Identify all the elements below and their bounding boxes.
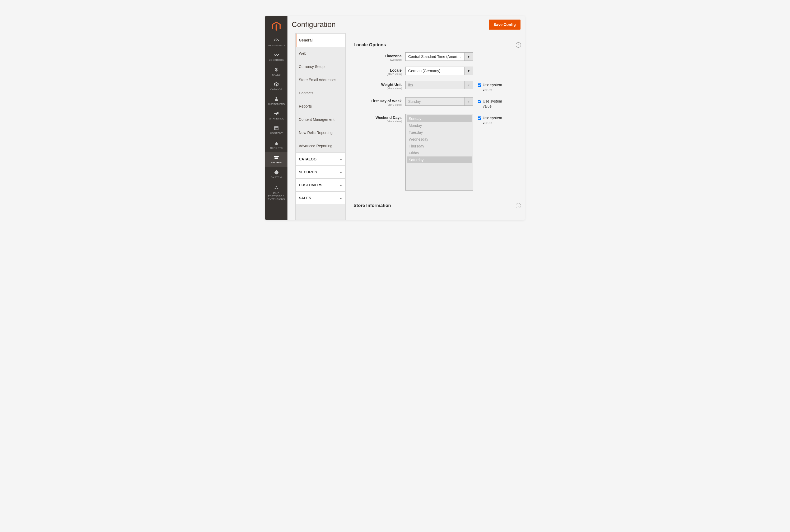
field-control: lbs▾ <box>405 81 473 89</box>
sidebar-item-stores[interactable]: STORES <box>265 152 287 167</box>
collapse-up-icon[interactable]: ⌃ <box>516 42 521 48</box>
content-area: General Web Currency Setup Store Email A… <box>287 33 525 220</box>
main-sidebar: DASHBOARD LOOKBOOK $SALES CATALOG CUSTOM… <box>265 16 287 220</box>
config-tab-general[interactable]: General <box>296 34 345 47</box>
field-control: German (Germany)▾ <box>405 66 473 75</box>
config-group-sales[interactable]: SALES⌄ <box>296 191 345 204</box>
config-tab-reports[interactable]: Reports <box>296 100 345 113</box>
lookbook-icon <box>274 53 279 57</box>
ms-option: Friday <box>407 150 471 156</box>
section-title: Locale Options <box>353 42 386 48</box>
field-weekend-days: Weekend Days [store view] Sunday Monday … <box>353 114 521 191</box>
sidebar-item-lookbook[interactable]: LOOKBOOK <box>265 50 287 64</box>
use-system-checkbox[interactable] <box>478 100 481 103</box>
page-title: Configuration <box>292 20 336 29</box>
use-system-label: Use system value <box>483 82 505 92</box>
use-system-checkbox-wrap: Use system value <box>473 97 505 108</box>
sidebar-label: CUSTOMERS <box>267 102 286 106</box>
group-label: SECURITY <box>299 170 317 174</box>
timezone-select[interactable]: Central Standard Time (America/▾ <box>405 52 473 61</box>
ms-option: Saturday <box>407 156 471 163</box>
scope-text: [store view] <box>353 72 402 76</box>
config-tab-contacts[interactable]: Contacts <box>296 87 345 100</box>
config-tab-currency[interactable]: Currency Setup <box>296 60 345 73</box>
gear-icon <box>274 170 278 175</box>
app-window: DASHBOARD LOOKBOOK $SALES CATALOG CUSTOM… <box>265 16 525 220</box>
sidebar-item-marketing[interactable]: MARKETING <box>265 108 287 122</box>
first-day-select: Sunday▾ <box>405 97 473 106</box>
field-first-day: First Day of Week [store view] Sunday▾ U… <box>353 97 521 108</box>
config-tab-cms[interactable]: Content Management <box>296 113 345 126</box>
field-label: Weekend Days [store view] <box>353 114 405 123</box>
sidebar-label: DASHBOARD <box>267 44 286 47</box>
label-text: First Day of Week <box>353 99 402 103</box>
sidebar-item-dashboard[interactable]: DASHBOARD <box>265 35 287 50</box>
sidebar-label: SYSTEM <box>270 176 283 179</box>
section-title: Store Information <box>353 203 391 208</box>
main-area: Configuration Save Config General Web Cu… <box>287 16 525 220</box>
select-value: German (Germany) <box>408 69 461 73</box>
field-control: Sunday Monday Tuesday Wednesday Thursday… <box>405 114 473 191</box>
ms-option: Sunday <box>407 115 471 122</box>
chevron-down-icon: ⌄ <box>340 157 342 161</box>
config-group-security[interactable]: SECURITY⌄ <box>296 166 345 178</box>
scope-text: [store view] <box>353 87 402 90</box>
field-label: Timezone [website] <box>353 52 405 61</box>
weekend-multiselect: Sunday Monday Tuesday Wednesday Thursday… <box>405 114 473 191</box>
field-control: Sunday▾ <box>405 97 473 106</box>
page-header: Configuration Save Config <box>287 16 525 33</box>
scope-text: [store view] <box>353 103 402 106</box>
locale-select[interactable]: German (Germany)▾ <box>405 66 473 75</box>
person-icon <box>275 97 278 101</box>
use-system-checkbox[interactable] <box>478 83 481 87</box>
label-text: Locale <box>353 68 402 72</box>
sidebar-label: FIND PARTNERS & EXTENSIONS <box>265 192 287 201</box>
field-locale: Locale [store view] German (Germany)▾ <box>353 66 521 76</box>
use-system-label: Use system value <box>483 115 505 125</box>
sidebar-item-content[interactable]: CONTENT <box>265 122 287 137</box>
save-config-button[interactable]: Save Config <box>489 20 520 30</box>
config-tab-newrelic[interactable]: New Relic Reporting <box>296 126 345 139</box>
chevron-down-icon: ⌄ <box>340 196 342 200</box>
use-system-checkbox-wrap: Use system value <box>473 81 505 92</box>
field-weight-unit: Weight Unit [store view] lbs▾ Use system… <box>353 81 521 92</box>
config-tab-advanced-reporting[interactable]: Advanced Reporting <box>296 139 345 152</box>
sidebar-item-system[interactable]: SYSTEM <box>265 167 287 181</box>
chevron-down-icon: ⌄ <box>340 170 342 174</box>
sidebar-label: CATALOG <box>269 88 284 91</box>
group-label: CATALOG <box>299 157 316 161</box>
sidebar-label: REPORTS <box>269 147 284 149</box>
dropdown-arrow-icon: ▾ <box>464 67 473 75</box>
chevron-down-icon: ⌄ <box>340 183 342 187</box>
config-sidebar: General Web Currency Setup Store Email A… <box>295 33 346 220</box>
section-store-information[interactable]: Store Information ⌄ <box>353 196 521 213</box>
config-group-catalog[interactable]: CATALOG⌄ <box>296 152 345 166</box>
sidebar-item-customers[interactable]: CUSTOMERS <box>265 94 287 108</box>
collapse-down-icon[interactable]: ⌄ <box>516 203 521 208</box>
use-system-label: Use system value <box>483 99 505 108</box>
sidebar-item-reports[interactable]: REPORTS <box>265 137 287 152</box>
sidebar-item-sales[interactable]: $SALES <box>265 64 287 79</box>
use-system-checkbox[interactable] <box>478 116 481 120</box>
field-label: Weight Unit [store view] <box>353 81 405 90</box>
group-label: CUSTOMERS <box>299 183 322 187</box>
magento-logo-icon <box>272 22 281 31</box>
use-system-checkbox-wrap: Use system value <box>473 114 505 125</box>
megaphone-icon <box>274 111 278 116</box>
ms-option: Wednesday <box>407 136 471 143</box>
sidebar-label: MARKETING <box>267 117 285 120</box>
config-tab-web[interactable]: Web <box>296 47 345 60</box>
sidebar-item-partners[interactable]: FIND PARTNERS & EXTENSIONS <box>265 183 287 203</box>
sidebar-divider <box>269 182 284 182</box>
section-locale-options[interactable]: Locale Options ⌃ <box>353 33 521 52</box>
gauge-icon <box>274 38 279 43</box>
sidebar-label: SALES <box>271 73 282 76</box>
dropdown-arrow-icon: ▾ <box>464 97 473 106</box>
config-group-customers[interactable]: CUSTOMERS⌄ <box>296 178 345 191</box>
select-value: Sunday <box>408 99 461 103</box>
boxes-icon <box>274 186 278 191</box>
config-tab-store-email[interactable]: Store Email Addresses <box>296 73 345 87</box>
sidebar-item-catalog[interactable]: CATALOG <box>265 79 287 93</box>
box-icon <box>274 82 278 87</box>
scope-text: [store view] <box>353 120 402 123</box>
